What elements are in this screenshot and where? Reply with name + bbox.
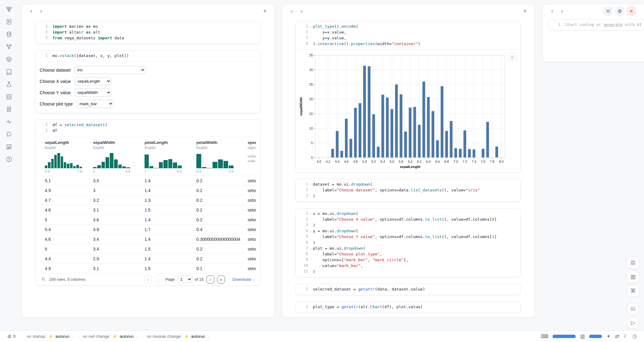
code-editor[interactable]: 1plot_type = getattr(alt.Chart(df), plot…	[296, 302, 521, 312]
plot-type-select[interactable]: mark_bar	[77, 100, 113, 108]
dependencies-icon[interactable]	[5, 42, 13, 51]
code-editor[interactable]: 1mo.vstack([dataset, x, y, plot])	[35, 51, 260, 61]
fold-chevron-icon[interactable]: ⌄	[308, 181, 313, 187]
chevron-right-icon[interactable]: ›	[37, 7, 45, 15]
column-header-petalWidth[interactable]: petalWidthfloat640.12.5	[196, 140, 248, 173]
line-number: 2	[297, 216, 308, 222]
clock-icon[interactable]: ◷	[632, 333, 637, 340]
help-icon[interactable]	[5, 155, 13, 163]
swap-icon[interactable]: ⇄	[615, 333, 619, 340]
fold-chevron-icon	[308, 187, 313, 193]
editor-placeholder: Start coding or generate with AI	[565, 22, 644, 27]
scratchpad-icon[interactable]	[5, 142, 13, 151]
table-row[interactable]: 4.42.91.40.2setosa	[41, 254, 256, 263]
table-row[interactable]: 4.93.11.50.1setosa	[41, 263, 256, 273]
line-number: 1	[297, 23, 308, 29]
panel-layout-icon[interactable]: ▥	[580, 333, 585, 340]
column-header-species[interactable]: speciesobjectunique:nulls:	[248, 140, 256, 173]
table-row[interactable]: 5.43.91.70.4setosa	[41, 224, 256, 234]
code-editor[interactable]: 1import marimo as mo2import altair as al…	[35, 21, 260, 44]
column-header-petalLength[interactable]: petalLengthfloat6416.9	[145, 140, 196, 173]
code-editor[interactable]: 1⌄x = mo.ui.dropdown(2 label="Choose X v…	[296, 208, 521, 277]
tracing-icon[interactable]	[5, 117, 13, 126]
notebook-file-icon[interactable]	[5, 17, 13, 26]
search-icon[interactable]	[41, 277, 46, 282]
table-row[interactable]: 4.63.41.40.30000000000000004setosa	[41, 234, 256, 244]
next-page-button[interactable]: ›	[206, 276, 214, 283]
chart-drag-handle-icon[interactable]: ⠿	[508, 53, 517, 62]
download-button[interactable]: Download ⌄	[233, 277, 255, 282]
first-page-button[interactable]: «	[144, 276, 152, 283]
column-header-sepalWidth[interactable]: sepalWidthfloat6424.4	[93, 140, 145, 173]
chevron-right-icon[interactable]: ›	[297, 7, 306, 15]
table-row[interactable]: 53.61.40.2setosa	[41, 215, 256, 224]
on-cell-change-setting[interactable]: on cell change: ⚡ autorun ⌄	[83, 334, 138, 339]
run-all-icon[interactable]: ▷	[627, 317, 639, 329]
add-cell-button[interactable]: +	[261, 7, 269, 15]
altair-bar-chart[interactable]: 4.04.24.44.64.85.05.25.45.65.86.06.26.46…	[298, 52, 509, 172]
chevron-left-icon[interactable]: ‹	[27, 7, 36, 15]
file-explorer-icon[interactable]	[5, 5, 13, 13]
column-header-sepalLength[interactable]: sepalLengthfloat644.37.9	[45, 140, 93, 173]
keyboard-shortcuts-icon[interactable]: ⌨	[541, 333, 549, 340]
chat-icon[interactable]	[5, 130, 13, 138]
cell-empty-ai[interactable]: 1 Start coding or generate with AI	[548, 19, 644, 30]
cell-dataset-dropdown: 1⌄dataset = mo.ui.dropdown(2 label="Choo…	[295, 179, 521, 202]
cell-dataframe: 1df = selected_dataset()2df sepalLengthf…	[35, 119, 261, 286]
activity-bar	[0, 0, 18, 330]
y-value-label: Choose Y value	[40, 90, 71, 95]
close-icon[interactable]	[626, 6, 636, 16]
table-row[interactable]: 5.13.51.40.2setosa	[41, 176, 256, 185]
svg-text:sepalWidth: sepalWidth	[299, 97, 303, 116]
code-editor[interactable]: 1⌄dataset = mo.ui.dropdown(2 label="Choo…	[296, 179, 521, 201]
code-editor[interactable]: 1selected_dataset = getattr(data, datase…	[296, 284, 521, 295]
table-row[interactable]: 4.63.11.50.2setosa	[41, 205, 256, 215]
experiments-flask-icon[interactable]	[5, 80, 13, 88]
datasources-icon[interactable]	[5, 30, 13, 38]
chevron-left-icon[interactable]: ‹	[548, 7, 556, 15]
prev-page-button[interactable]: ‹	[155, 276, 163, 283]
logs-icon[interactable]	[5, 105, 13, 113]
last-page-button[interactable]: »	[217, 276, 225, 283]
console-icon[interactable]	[627, 303, 639, 315]
table-row[interactable]: 4.931.40.2setosa	[41, 185, 256, 195]
fold-chevron-icon	[308, 193, 313, 199]
chevron-right-icon[interactable]: ›	[558, 7, 566, 15]
line-number: 6	[297, 240, 308, 245]
status-bar: ⊘ 0 on startup: ⚡ autorun ⌄ on cell chan…	[0, 330, 644, 342]
command-palette-icon[interactable]: ⌘	[627, 285, 639, 297]
cell-plot-type: 1plot_type = getattr(alt.Chart(df), plot…	[295, 301, 521, 313]
ai-sparkle-icon[interactable]: ✦	[606, 333, 610, 340]
dataframe-table: sepalLengthfloat644.37.9sepalWidthfloat6…	[41, 138, 256, 273]
svg-text:6.2: 6.2	[417, 160, 422, 163]
page-select[interactable]: 1	[177, 276, 192, 283]
table-row[interactable]: 53.41.50.2setosa	[41, 244, 256, 254]
add-cell-button[interactable]: +	[521, 7, 529, 15]
line-number: 4	[297, 41, 308, 47]
x-value-select[interactable]: sepalLength	[75, 77, 111, 85]
on-module-change-setting[interactable]: on module change: ⚡ autorun ⌄	[147, 334, 209, 339]
packages-icon[interactable]	[5, 55, 13, 63]
code-editor[interactable]: 1 Start coding or generate with AI	[548, 20, 644, 30]
fold-chevron-icon[interactable]: ⌄	[308, 228, 313, 234]
y-value-select[interactable]: sepalWidth	[75, 88, 111, 97]
on-startup-setting[interactable]: on startup: ⚡ autorun ⌄	[27, 334, 74, 339]
svg-text:5.8: 5.8	[399, 160, 403, 163]
generate-ai-link[interactable]: generate	[603, 22, 623, 27]
theme-moon-icon[interactable]: ☾	[624, 333, 628, 340]
code-editor[interactable]: 1⌄plot_type().encode(2 x=x.value,3 y=y.v…	[296, 21, 521, 49]
fold-chevron-icon[interactable]: ⌄	[308, 211, 313, 216]
menu-icon[interactable]	[603, 6, 613, 16]
settings-gear-icon[interactable]: ⚙	[615, 6, 625, 16]
save-icon[interactable]	[627, 257, 639, 269]
table-row[interactable]: 4.73.21.30.2setosa	[41, 195, 256, 205]
layout-grid-icon[interactable]: ▥	[627, 271, 639, 283]
code-editor[interactable]: 1df = selected_dataset()2df	[35, 120, 260, 136]
chevron-left-icon[interactable]: ‹	[288, 7, 296, 15]
documentation-icon[interactable]	[5, 67, 13, 76]
fold-chevron-icon[interactable]: ⌄	[308, 23, 313, 29]
fold-chevron-icon[interactable]: ⌄	[308, 245, 313, 251]
error-count[interactable]: ⊘ 0	[5, 333, 18, 339]
dataset-select[interactable]: iris	[75, 66, 145, 74]
snippets-icon[interactable]	[5, 92, 13, 101]
